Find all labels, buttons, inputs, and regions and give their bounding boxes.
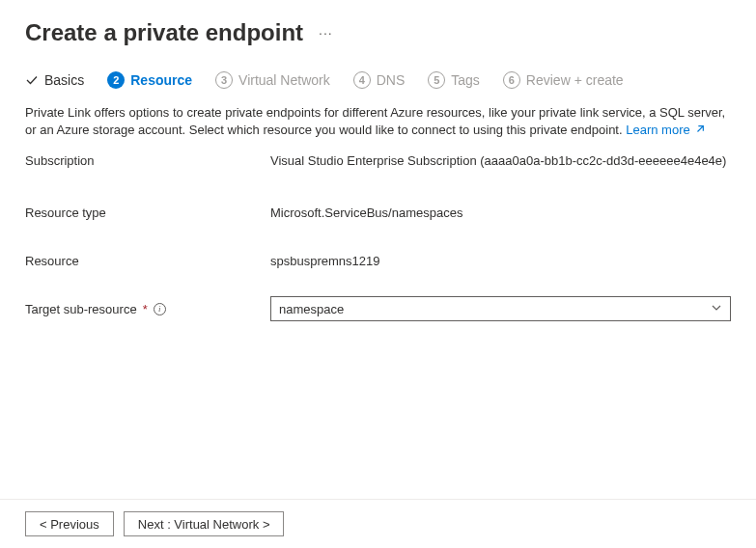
- resource-label: Resource: [25, 254, 270, 268]
- resource-value: spsbuspremns1219: [270, 254, 731, 268]
- description-text: Private Link offers options to create pr…: [25, 105, 725, 137]
- checkmark-icon: [25, 73, 39, 87]
- chevron-down-icon: [711, 302, 722, 316]
- tab-label: Basics: [44, 72, 84, 88]
- tab-label: DNS: [377, 72, 406, 88]
- tab-number-icon: 6: [503, 71, 520, 89]
- subscription-value: Visual Studio Enterprise Subscription (a…: [270, 153, 731, 168]
- tab-number-icon: 2: [107, 71, 125, 89]
- next-button[interactable]: Next : Virtual Network >: [124, 511, 285, 536]
- tab-review-create[interactable]: 6 Review + create: [503, 71, 624, 89]
- tab-number-icon: 5: [428, 71, 445, 89]
- wizard-tabs: Basics 2 Resource 3 Virtual Network 4 DN…: [0, 54, 756, 100]
- tab-description: Private Link offers options to create pr…: [0, 100, 756, 143]
- page-title: Create a private endpoint: [25, 19, 303, 46]
- subscription-label: Subscription: [25, 153, 270, 168]
- tab-label: Virtual Network: [238, 72, 330, 88]
- tab-number-icon: 4: [353, 71, 371, 89]
- info-icon[interactable]: i: [154, 303, 166, 315]
- resource-type-value: Microsoft.ServiceBus/namespaces: [270, 206, 731, 220]
- resource-type-label: Resource type: [25, 206, 270, 220]
- tab-virtual-network[interactable]: 3 Virtual Network: [215, 71, 330, 89]
- required-asterisk: *: [143, 302, 148, 316]
- more-actions-icon[interactable]: ···: [319, 25, 333, 41]
- tab-number-icon: 3: [215, 71, 233, 89]
- external-link-icon: [692, 124, 705, 136]
- previous-button[interactable]: < Previous: [25, 511, 114, 536]
- tab-tags[interactable]: 5 Tags: [428, 71, 480, 89]
- target-sub-resource-label: Target sub-resource * i: [25, 302, 270, 316]
- wizard-footer: < Previous Next : Virtual Network >: [0, 499, 756, 548]
- tab-basics[interactable]: Basics: [25, 72, 84, 88]
- select-value: namespace: [279, 302, 344, 316]
- tab-dns[interactable]: 4 DNS: [353, 71, 406, 89]
- tab-label: Tags: [451, 72, 480, 88]
- tab-resource[interactable]: 2 Resource: [107, 71, 192, 89]
- target-sub-resource-select[interactable]: namespace: [270, 296, 731, 321]
- tab-label: Resource: [130, 72, 192, 88]
- learn-more-link[interactable]: Learn more: [626, 123, 689, 137]
- tab-label: Review + create: [526, 72, 624, 88]
